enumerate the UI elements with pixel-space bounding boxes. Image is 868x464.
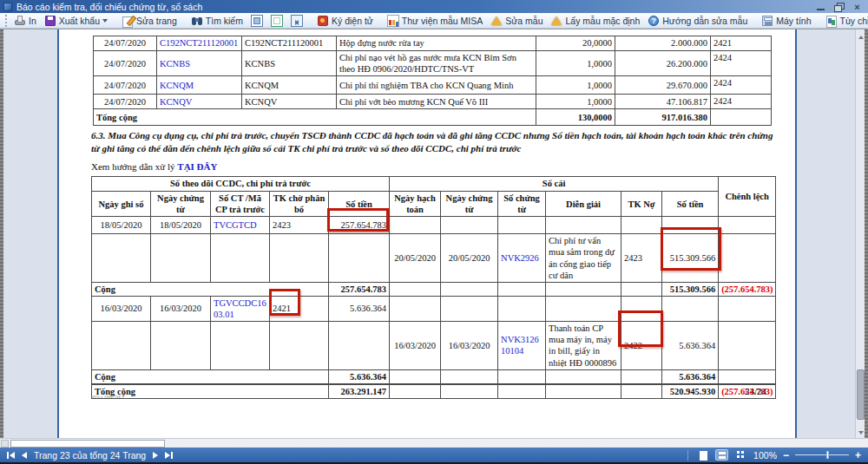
- cell: [546, 369, 621, 384]
- voucher-link[interactable]: C192NCT211120001: [157, 36, 242, 51]
- guide-link[interactable]: TẠI ĐÂY: [177, 161, 217, 172]
- toolbar-grip[interactable]: [5, 15, 7, 27]
- last-page-button[interactable]: [165, 452, 173, 459]
- total-row: Tổng cộng 130,0000 917.016.380: [94, 109, 772, 126]
- window-title: Báo cáo kiểm tra, đối chiếu chứng từ, số…: [16, 2, 202, 12]
- window-right-edge: [865, 29, 868, 438]
- cell: 29.670.000: [615, 76, 711, 95]
- calculator-icon: [761, 15, 773, 27]
- restore-button[interactable]: [833, 3, 845, 11]
- export-button[interactable]: Xuất khẩu: [42, 14, 110, 28]
- zoom-slider[interactable]: [795, 450, 849, 460]
- voucher-link[interactable]: KCNBS: [157, 51, 242, 76]
- seal-icon: [317, 15, 329, 27]
- zoom-in-button[interactable]: +: [855, 450, 861, 461]
- zoom-out-button[interactable]: −: [783, 450, 789, 461]
- cell: 16/03/2020: [441, 322, 498, 370]
- cell: [498, 296, 546, 321]
- subtotal-left: 257.654.783: [329, 282, 390, 296]
- arrow-down-icon: [858, 431, 864, 437]
- group-header-row: Sổ theo dõi CCDC, chi phí trả trước Sổ c…: [92, 177, 776, 192]
- template-guide-button[interactable]: Hướng dẫn sửa mẫu: [645, 14, 750, 28]
- cell: 16/03/2020: [151, 296, 211, 321]
- hint-text: Xem hướng dẫn xử lý: [91, 161, 175, 172]
- cell: [270, 234, 329, 283]
- cell: KCNBS: [242, 51, 337, 76]
- view-multipage-button[interactable]: [734, 449, 747, 461]
- scroll-up-button[interactable]: [856, 30, 865, 40]
- report-preview-area: 24/07/2020 C192NCT211120001 C192NCT21112…: [0, 29, 868, 438]
- cell: [719, 369, 776, 384]
- scroll-down-button[interactable]: [856, 428, 865, 437]
- whole-page-icon: [271, 15, 283, 27]
- voucher-link[interactable]: TVCGTCD: [211, 217, 270, 234]
- view-whole-page-button[interactable]: [268, 14, 286, 28]
- search-button[interactable]: Tìm kiếm: [188, 14, 246, 28]
- view-continuous-button[interactable]: [715, 449, 728, 461]
- view-fit-width-button[interactable]: [288, 14, 306, 28]
- arrow-right-icon: [165, 452, 170, 459]
- cell: [211, 322, 270, 370]
- table-row: 24/07/2020 C192NCT211120001 C192NCT21112…: [94, 36, 772, 51]
- section-heading: 6.3. Mua Công cụ dụng cụ, chi phí trả tr…: [91, 129, 779, 154]
- default-template-button[interactable]: Lấy mẫu mặc định: [548, 14, 642, 28]
- customize-button[interactable]: Tùy chỉnh: [823, 14, 868, 28]
- scroll-left-button[interactable]: [1, 440, 9, 448]
- edit-page-button[interactable]: Sửa trang: [119, 14, 180, 28]
- voucher-link[interactable]: KCNQV: [157, 95, 242, 109]
- table-row: 24/07/2020 KCNQV KCNQV Chi phí vớt bèo m…: [94, 95, 772, 109]
- cell: [270, 322, 329, 370]
- minimize-button[interactable]: [815, 3, 826, 11]
- vertical-scrollbar[interactable]: [855, 29, 865, 438]
- horizontal-scrollbar-thumb[interactable]: [10, 440, 165, 448]
- vertical-scrollbar-thumb[interactable]: [857, 369, 865, 420]
- print-button[interactable]: In: [11, 14, 39, 28]
- export-label: Xuất khẩu: [59, 16, 100, 26]
- voucher-link[interactable]: TGVCCDC1603.01: [211, 296, 270, 321]
- total-qty: 130,0000: [536, 109, 615, 126]
- subtotal-row: Cộng 5.636.364 5.636.364: [92, 369, 776, 384]
- voucher-link[interactable]: KCNQM: [157, 76, 242, 95]
- subtotal-row: Cộng 257.654.783 515.309.566 (257.654.78…: [92, 282, 776, 296]
- search-label: Tìm kiếm: [206, 16, 243, 26]
- cell: 2424: [711, 76, 772, 95]
- cell: [441, 282, 498, 296]
- table-row: 24/07/2020 KCNQM KCNQM Chi phí thí nghiệ…: [94, 76, 772, 95]
- edit-page-icon: [122, 15, 134, 27]
- edit-template-button[interactable]: Sửa mẫu: [488, 14, 545, 28]
- cell: [711, 109, 772, 126]
- template-library-button[interactable]: Thư viện mẫu MISA: [385, 14, 485, 28]
- voucher-link[interactable]: NVK2926: [498, 234, 546, 283]
- close-window-button[interactable]: ×: [852, 3, 863, 11]
- subtotal-left: 5.636.364: [329, 369, 390, 384]
- cell: 1,0000: [536, 76, 615, 95]
- previous-page-button[interactable]: [22, 452, 27, 459]
- cell: [621, 282, 662, 296]
- cell: Chi phí vớt bèo mương KCN Quế Võ III: [337, 95, 536, 109]
- digital-sign-button[interactable]: Ký điện tử: [314, 14, 376, 28]
- section-hint: Xem hướng dẫn xử lý TẠI ĐÂY: [91, 161, 217, 172]
- chart-icon: [387, 15, 399, 27]
- cell: Thanh toán CP mua máy in, máy in bill, g…: [546, 322, 621, 370]
- cell: [621, 369, 662, 384]
- cell: 24/07/2020: [94, 51, 157, 76]
- first-page-button[interactable]: [7, 452, 15, 459]
- difference-value: (257.654.783): [719, 282, 776, 296]
- app-icon: [3, 3, 12, 11]
- zoom-slider-thumb[interactable]: [826, 451, 829, 459]
- view-page-width-button[interactable]: [248, 14, 266, 28]
- horizontal-scrollbar[interactable]: [0, 438, 868, 448]
- cell: [390, 296, 441, 321]
- chevron-down-icon[interactable]: [102, 19, 108, 25]
- view-single-page-button[interactable]: [696, 449, 709, 461]
- voucher-link[interactable]: NVK312610104: [498, 322, 546, 370]
- first-page-icon: [7, 452, 9, 459]
- diff-header: Chênh lệch: [719, 177, 776, 217]
- cell: Chi phí nạo vét hồ gas nước mưa KCN Bỉm …: [337, 51, 536, 76]
- printer-icon: [14, 15, 26, 27]
- next-page-button[interactable]: [153, 452, 158, 459]
- separator: [687, 450, 688, 461]
- comparison-table: Sổ theo dõi CCDC, chi phí trả trước Sổ c…: [91, 176, 776, 399]
- calculator-button[interactable]: Máy tính: [759, 14, 813, 28]
- cell: [498, 217, 546, 234]
